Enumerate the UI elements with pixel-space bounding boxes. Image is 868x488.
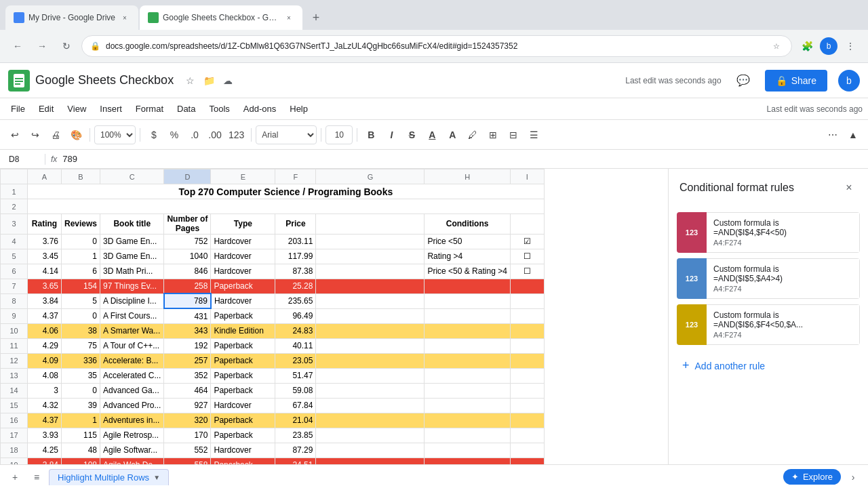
cell-c19[interactable]: Agile Web De... (100, 458, 164, 464)
explore-button[interactable]: ✦ Explore (783, 469, 841, 485)
tab-sheets[interactable]: Google Sheets Checkbox - Goog... × (140, 5, 302, 30)
folder-icon[interactable]: 📁 (201, 73, 217, 89)
cell-c13[interactable]: Accelerated C... (100, 368, 164, 383)
sidebar-close-button[interactable]: × (841, 180, 857, 196)
col-header-e[interactable]: E (211, 169, 275, 184)
cell-e11[interactable]: Paperback (211, 338, 275, 353)
cell-f13[interactable]: 51.47 (275, 368, 316, 383)
menu-insert[interactable]: Insert (94, 101, 127, 117)
col-header-c[interactable]: C (100, 169, 164, 184)
col-header-g[interactable]: G (316, 169, 425, 184)
cell-a4[interactable]: 3.76 (28, 234, 62, 249)
title-cell[interactable]: Top 270 Computer Science / Programing Bo… (28, 184, 545, 199)
cell-c5[interactable]: 3D Game En... (100, 249, 164, 264)
cell-a9[interactable]: 4.37 (28, 308, 62, 323)
menu-format[interactable]: Format (130, 101, 169, 117)
cell-e12[interactable]: Paperback (211, 353, 275, 368)
profile-icon[interactable]: b (819, 37, 838, 56)
cell-f5[interactable]: 117.99 (275, 249, 316, 264)
cell-e17[interactable]: Paperback (211, 428, 275, 443)
cell-c7[interactable]: 97 Things Ev... (100, 279, 164, 293)
header-rating[interactable]: Rating (28, 214, 62, 235)
cell-b14[interactable]: 0 (62, 383, 100, 398)
cell-d15[interactable]: 927 (164, 398, 211, 413)
cell-i5[interactable]: ☐ (510, 249, 544, 264)
cell-e13[interactable]: Paperback (211, 368, 275, 383)
sheets-list-button[interactable]: ≡ (27, 468, 46, 487)
strikethrough-button[interactable]: S (402, 125, 421, 144)
cell-b13[interactable]: 35 (62, 368, 100, 383)
extensions-icon[interactable]: 🧩 (797, 37, 816, 56)
cell-a17[interactable]: 3.93 (28, 428, 62, 443)
cell-b16[interactable]: 1 (62, 413, 100, 428)
add-rule-button[interactable]: + Add another rule (669, 350, 868, 381)
bookmark-icon[interactable]: ☆ (770, 39, 783, 53)
menu-addons[interactable]: Add-ons (238, 101, 281, 117)
highlight-color-button[interactable]: 🖊 (463, 125, 482, 144)
address-bar[interactable]: 🔒 docs.google.com/spreadsheets/d/1Z-CbMl… (81, 35, 792, 57)
more-toolbar-button[interactable]: ⋯ (823, 125, 842, 144)
cell-d8[interactable]: 789 (164, 293, 211, 308)
cell-a16[interactable]: 4.37 (28, 413, 62, 428)
add-sheet-button[interactable]: + (5, 468, 24, 487)
cell-d19[interactable]: 558 (164, 458, 211, 464)
cell-i4[interactable]: ☑ (510, 234, 544, 249)
cell-h6[interactable]: Price <50 & Rating >4 (425, 264, 510, 279)
cell-f14[interactable]: 59.08 (275, 383, 316, 398)
cell-e10[interactable]: Kindle Edition (211, 323, 275, 338)
rule-card-1[interactable]: 123 Custom formula is =AND($I$4,$F4<50) … (677, 212, 860, 253)
bold-button[interactable]: B (361, 125, 380, 144)
header-booktitle[interactable]: Book title (100, 214, 164, 235)
header-type[interactable]: Type (211, 214, 275, 235)
tab-drive[interactable]: My Drive - Google Drive × (5, 5, 138, 30)
cell-c11[interactable]: A Tour of C++... (100, 338, 164, 353)
cell-a7[interactable]: 3.65 (28, 279, 62, 293)
cell-c8[interactable]: A Discipline I... (100, 293, 164, 308)
cell-f4[interactable]: 203.11 (275, 234, 316, 249)
tab-sheets-close[interactable]: × (283, 12, 294, 23)
cell-e19[interactable]: Paperback (211, 458, 275, 464)
col-header-f[interactable]: F (275, 169, 316, 184)
col-header-a[interactable]: A (28, 169, 62, 184)
cell-d11[interactable]: 192 (164, 338, 211, 353)
forward-button[interactable]: → (33, 37, 52, 56)
cell-e6[interactable]: Hardcover (211, 264, 275, 279)
menu-tools[interactable]: Tools (203, 101, 235, 117)
cell-f7[interactable]: 25.28 (275, 279, 316, 293)
rule-card-2[interactable]: 123 Custom formula is =AND($I$5,$A4>4) A… (677, 258, 860, 299)
menu-help[interactable]: Help (284, 101, 313, 117)
back-button[interactable]: ← (8, 37, 27, 56)
cell-b9[interactable]: 0 (62, 308, 100, 323)
header-reviews[interactable]: Reviews (62, 214, 100, 235)
cell-a8[interactable]: 3.84 (28, 293, 62, 308)
new-tab-button[interactable]: + (307, 8, 326, 27)
cell-d6[interactable]: 846 (164, 264, 211, 279)
cell-e18[interactable]: Hardcover (211, 443, 275, 458)
user-avatar[interactable]: b (838, 70, 860, 92)
cell-b5[interactable]: 1 (62, 249, 100, 264)
cell-d18[interactable]: 552 (164, 443, 211, 458)
cell-b11[interactable]: 75 (62, 338, 100, 353)
cell-e15[interactable]: Hardcover (211, 398, 275, 413)
decimal-increase-button[interactable]: .00 (205, 125, 224, 144)
cell-reference[interactable]: D8 (5, 152, 39, 166)
more-options-icon[interactable]: ⋮ (841, 37, 860, 56)
cell-d4[interactable]: 752 (164, 234, 211, 249)
cell-f8[interactable]: 235.65 (275, 293, 316, 308)
menu-data[interactable]: Data (172, 101, 201, 117)
cell-f15[interactable]: 67.84 (275, 398, 316, 413)
cell-f19[interactable]: 24.51 (275, 458, 316, 464)
col-header-b[interactable]: B (62, 169, 100, 184)
cell-c6[interactable]: 3D Math Pri... (100, 264, 164, 279)
sheet-table-wrapper[interactable]: A B C D E F G H I (0, 169, 668, 464)
spreadsheet-area[interactable]: A B C D E F G H I (0, 169, 668, 464)
collapse-toolbar-button[interactable]: ▲ (844, 125, 863, 144)
cell-a14[interactable]: 3 (28, 383, 62, 398)
cell-c16[interactable]: Adventures in... (100, 413, 164, 428)
cell-b17[interactable]: 115 (62, 428, 100, 443)
cell-f17[interactable]: 23.85 (275, 428, 316, 443)
cell-c18[interactable]: Agile Softwar... (100, 443, 164, 458)
cell-f11[interactable]: 40.11 (275, 338, 316, 353)
col-header-d[interactable]: D (164, 169, 211, 184)
header-conditions[interactable]: Conditions (425, 214, 510, 235)
